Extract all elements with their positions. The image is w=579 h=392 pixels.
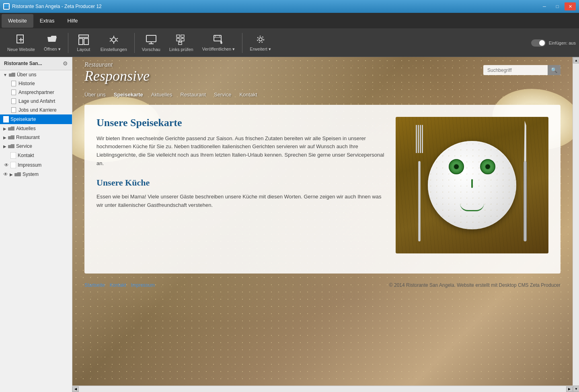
expand-arrow-aktuelles: ▶ [3, 127, 6, 131]
sidebar-item-ueber-uns[interactable]: ▼ Über uns [0, 70, 72, 79]
menu-website[interactable]: Website [2, 14, 33, 28]
einstellungen-button[interactable]: Einstellungen [96, 31, 131, 55]
content-image [396, 117, 548, 261]
sidebar-title: Ristorante San... [4, 61, 42, 66]
layout-icon [78, 34, 89, 45]
sidebar-item-jobs[interactable]: Jobs und Karriere [0, 106, 72, 114]
svg-rect-1 [4, 8, 9, 9]
expand-arrow-system: ▶ [10, 172, 13, 177]
sidebar-item-system[interactable]: 👁 ▶ System [0, 170, 72, 179]
eye-icon-impressum: 👁 [4, 162, 9, 168]
scroll-right-button[interactable]: ▶ [566, 386, 573, 392]
erweitert-label: Erweitert ▾ [250, 47, 271, 52]
vorschau-button[interactable]: Vorschau [138, 31, 164, 55]
neue-website-button[interactable]: Neue Website [3, 31, 39, 55]
nav-item-kontakt[interactable]: Kontakt [239, 92, 257, 98]
sidebar-item-service[interactable]: ▶ Service [0, 142, 72, 151]
logo-main-text: Responsive [84, 68, 150, 84]
sidebar-label-ueber-uns: Über uns [17, 72, 37, 78]
title-bar: Ristorante San Angela - Zeta Producer 12… [0, 0, 579, 13]
sep1 [68, 33, 68, 53]
scroll-down-button[interactable]: ▼ [573, 386, 579, 392]
layout-button[interactable]: Layout [72, 31, 96, 55]
content-text: Unsere Speisekarte Wir bieten Ihnen wech… [96, 117, 388, 261]
svg-rect-38 [8, 127, 14, 131]
sidebar-item-ansprechpartner[interactable]: Ansprechpartner [0, 88, 72, 97]
neue-website-label: Neue Website [7, 47, 35, 52]
links-pruefen-label: Links prüfen [169, 47, 193, 52]
svg-rect-33 [9, 74, 15, 77]
website-background: Restaurant Responsive 🔍 Über uns Speisek… [72, 57, 573, 392]
sidebar-label-system: System [23, 172, 39, 177]
scroll-left-button[interactable]: ◀ [72, 386, 79, 392]
main-area: Ristorante San... ⚙ ▼ Über uns Historie … [0, 57, 579, 392]
fork-tine-4 [422, 125, 423, 153]
svg-rect-19 [181, 35, 184, 37]
search-input[interactable] [483, 65, 548, 75]
footer-link-startseite[interactable]: Startseite [84, 282, 105, 288]
svg-point-14 [112, 38, 116, 42]
scroll-up-button[interactable]: ▲ [573, 57, 579, 63]
oeffnen-button[interactable]: Öffnen ▾ [40, 31, 65, 55]
sidebar-item-kontakt[interactable]: Kontakt [0, 151, 72, 160]
maximize-button[interactable]: □ [552, 2, 563, 10]
scrollbar-right: ▲ ▼ [573, 57, 579, 392]
fork-head [416, 125, 423, 165]
menu-hilfe[interactable]: Hilfe [61, 14, 84, 28]
website-wrapper: Restaurant Responsive 🔍 Über uns Speisek… [72, 57, 573, 392]
expand-arrow-restaurant: ▶ [3, 135, 6, 140]
close-button[interactable]: ✕ [565, 2, 576, 10]
svg-rect-20 [177, 39, 180, 41]
svg-rect-18 [177, 35, 180, 37]
sidebar-item-speisekarte[interactable]: Speisekarte [0, 114, 72, 124]
page-icon-impressum [10, 162, 16, 168]
footer-copyright: © 2014 Ristorante San Angela. Website er… [389, 282, 561, 288]
content-paragraph1: Wir bieten Ihnen wechselnde Gerichte pas… [96, 135, 388, 168]
footer-link-impressum[interactable]: Impressum [131, 282, 154, 288]
nav-item-aktuelles[interactable]: Aktuelles [151, 92, 172, 98]
menu-extras[interactable]: Extras [33, 14, 61, 28]
logo-top-text: Restaurant [84, 61, 150, 68]
page-icon-kontakt [10, 152, 16, 159]
plate [428, 141, 516, 229]
sidebar-item-restaurant[interactable]: ▶ Restaurant [0, 133, 72, 142]
sidebar-item-impressum[interactable]: 👁 Impressum [0, 160, 72, 170]
sidebar-item-aktuelles[interactable]: ▶ Aktuelles [0, 124, 72, 133]
knife [522, 121, 528, 241]
veroeffentlichen-label: Veröffentlichen ▾ [202, 47, 235, 52]
sidebar-label-restaurant: Restaurant [16, 135, 40, 140]
nav-item-speisekarte[interactable]: Speisekarte [114, 92, 143, 98]
insert-toggle[interactable] [531, 39, 546, 47]
folder-icon-system [14, 172, 21, 177]
sidebar-item-lage[interactable]: Lage und Anfahrt [0, 97, 72, 106]
nav-item-ueber-uns[interactable]: Über uns [84, 92, 106, 98]
insert-toggle-container[interactable]: Einfügen: aus [531, 39, 576, 47]
preview-area: Restaurant Responsive 🔍 Über uns Speisek… [72, 57, 579, 392]
einstellungen-label: Einstellungen [101, 47, 127, 52]
page-icon-lage [11, 98, 16, 104]
veroeffentlichen-button[interactable]: Veröffentlichen ▾ [198, 31, 239, 55]
folder-icon-aktuelles [8, 126, 14, 131]
scrollbar-bottom: ◀ ▶ [72, 386, 573, 392]
publish-icon [213, 34, 224, 45]
nav-item-restaurant[interactable]: Restaurant [181, 92, 206, 98]
website-nav: Über uns Speisekarte Aktuelles Restauran… [72, 88, 573, 101]
layout-label: Layout [77, 47, 90, 52]
minimize-button[interactable]: ─ [539, 2, 550, 10]
links-icon [176, 34, 187, 45]
footer-links: Startseite Kontakt Impressum [84, 282, 155, 288]
search-button[interactable]: 🔍 [548, 65, 561, 75]
menu-bar: Website Extras Hilfe [0, 13, 579, 29]
sidebar-item-historie[interactable]: Historie [0, 79, 72, 88]
sidebar-label-aktuelles: Aktuelles [16, 126, 36, 131]
erweitert-button[interactable]: Erweitert ▾ [246, 31, 275, 55]
sidebar-gear-icon[interactable]: ⚙ [63, 60, 68, 67]
links-pruefen-button[interactable]: Links prüfen [165, 31, 197, 55]
svg-rect-21 [181, 39, 184, 41]
cucumber-eye-right [480, 159, 495, 174]
nav-item-service[interactable]: Service [214, 92, 231, 98]
footer-link-kontakt[interactable]: Kontakt [110, 282, 126, 288]
plate-image [396, 117, 548, 253]
fork [416, 125, 423, 241]
cucumber-eye-left [449, 159, 464, 174]
